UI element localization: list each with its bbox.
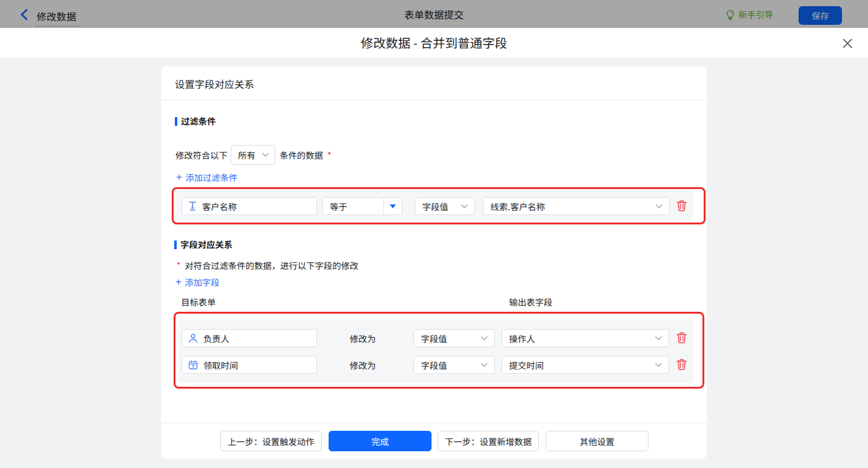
filter-section-heading: 过滤条件 <box>175 117 216 126</box>
trash-icon <box>676 200 687 211</box>
mapping-field-name: 负责人 <box>203 332 229 345</box>
modal-title: 修改数据 - 合并到普通字段 <box>0 34 868 51</box>
delete-mapping-row-button[interactable] <box>675 358 688 371</box>
operator-caret[interactable] <box>383 198 402 214</box>
modal-dim-overlay <box>0 0 868 28</box>
settings-card: 设置字段对应关系 过滤条件 修改符合以下 所有 条件的数据 * + 添加过滤条件 <box>161 66 707 459</box>
trash-icon <box>676 359 687 370</box>
modal-body: 设置字段对应关系 过滤条件 修改符合以下 所有 条件的数据 * + 添加过滤条件 <box>0 58 868 468</box>
chevron-down-icon <box>655 363 662 368</box>
filter-field-input[interactable]: 客户名称 <box>182 197 317 215</box>
required-mark: * <box>177 259 180 272</box>
prev-step-button[interactable]: 上一步：设置触发动作 <box>220 431 322 451</box>
modify-to-label: 修改为 <box>350 332 376 345</box>
footer-divider <box>161 423 707 423</box>
filter-value-select[interactable]: 线索.客户名称 <box>483 197 670 215</box>
mapping-value-select[interactable]: 提交时间 <box>502 356 669 374</box>
section-accent-bar <box>174 241 177 249</box>
user-icon <box>188 333 198 343</box>
mapping-field-input[interactable]: 负责人 <box>182 329 317 347</box>
next-step-button[interactable]: 下一步：设置新增数据 <box>438 431 539 451</box>
filter-value-type-select[interactable]: 字段值 <box>415 197 475 215</box>
close-button[interactable] <box>843 38 852 48</box>
column-label-target-form: 目标表单 <box>181 296 216 308</box>
mapping-value-select[interactable]: 操作人 <box>502 329 669 347</box>
filter-field-name: 客户名称 <box>202 200 237 213</box>
match-suffix: 条件的数据 <box>280 149 323 161</box>
filter-operator-select[interactable]: 等于 <box>322 197 402 215</box>
mapping-description: * 对符合过滤条件的数据，进行以下字段的修改 <box>177 259 358 272</box>
chevron-down-icon <box>480 336 488 341</box>
match-prefix: 修改符合以下 <box>175 149 228 161</box>
column-label-output-field: 输出表字段 <box>509 296 552 308</box>
footer: 上一步：设置触发动作 完成 下一步：设置新增数据 其他设置 <box>161 431 707 451</box>
trash-icon <box>676 332 687 343</box>
close-icon <box>843 38 852 48</box>
modal-dialog: 修改数据 - 合并到普通字段 设置字段对应关系 过滤条件 修改符合以下 所有 条… <box>0 28 868 468</box>
mapping-value-type-select[interactable]: 字段值 <box>414 356 495 374</box>
filter-match-line: 修改符合以下 所有 条件的数据 * <box>175 145 332 165</box>
mapping-field-input[interactable]: 领取时间 <box>182 356 317 374</box>
modify-to-label: 修改为 <box>350 359 376 371</box>
add-field-link[interactable]: + 添加字段 <box>175 276 219 288</box>
delete-mapping-row-button[interactable] <box>675 332 688 344</box>
chevron-down-icon <box>461 204 468 209</box>
done-button[interactable]: 完成 <box>329 431 432 451</box>
card-title: 设置字段对应关系 <box>175 78 254 89</box>
chevron-down-icon <box>655 336 662 341</box>
delete-filter-row-button[interactable] <box>675 200 688 212</box>
modal-header: 修改数据 - 合并到普通字段 <box>0 28 868 58</box>
chevron-down-icon <box>655 204 663 209</box>
topbar: 修改数据 表单数据提交 新手引导 保存 <box>0 0 868 28</box>
add-filter-condition-link[interactable]: + 添加过滤条件 <box>176 171 237 183</box>
plus-icon: + <box>175 278 182 286</box>
match-mode-select[interactable]: 所有 <box>231 145 275 165</box>
required-mark: * <box>327 149 332 161</box>
chevron-down-icon <box>480 363 488 368</box>
mapping-value-type-select[interactable]: 字段值 <box>414 329 495 347</box>
mapping-field-name: 领取时间 <box>203 359 238 371</box>
triangle-down-icon <box>389 204 396 209</box>
plus-icon: + <box>176 173 182 182</box>
section-accent-bar <box>175 117 177 126</box>
text-field-icon <box>188 201 197 211</box>
other-settings-button[interactable]: 其他设置 <box>546 431 649 451</box>
card-divider <box>161 100 707 100</box>
calendar-icon <box>188 360 198 369</box>
mapping-section-heading: 字段对应关系 <box>174 240 232 249</box>
chevron-down-icon <box>262 152 269 157</box>
